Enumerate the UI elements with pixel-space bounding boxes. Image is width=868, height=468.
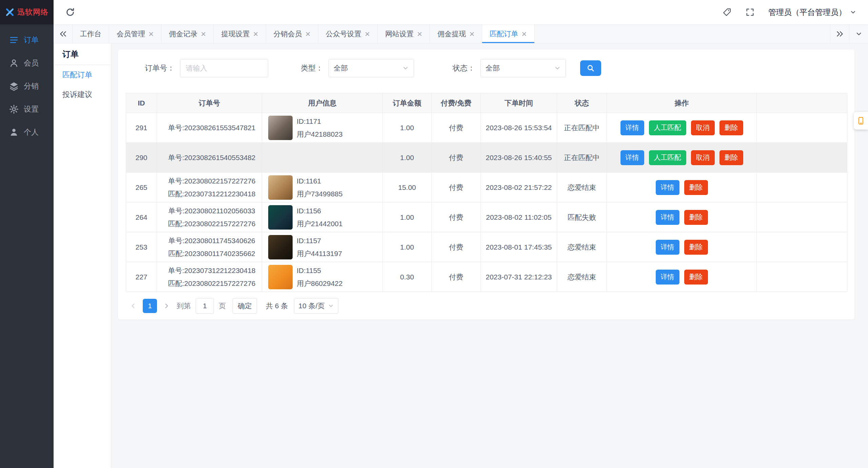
- cell-empty: [757, 173, 847, 202]
- cell-actions: 详情删除: [607, 262, 757, 292]
- sidebar-item-members[interactable]: 会员: [0, 52, 54, 75]
- user-id: ID:1157: [297, 234, 342, 247]
- detail-button[interactable]: 详情: [620, 150, 644, 165]
- chevron-down-icon: [554, 65, 561, 72]
- tab-withdraw-settings[interactable]: 提现设置×: [214, 24, 266, 43]
- scroll-tabs-right-button[interactable]: [830, 24, 849, 43]
- cell-order-time: 2023-08-02 21:57:22: [481, 173, 557, 202]
- type-select[interactable]: 全部: [329, 59, 414, 77]
- close-icon[interactable]: ×: [365, 30, 370, 38]
- tab-label: 佣金提现: [437, 29, 466, 39]
- cancel-button[interactable]: 取消: [691, 120, 715, 135]
- tab-commission-records[interactable]: 佣金记录×: [161, 24, 214, 43]
- sidebar-item-label: 订单: [24, 35, 39, 45]
- tab-official-account-settings[interactable]: 公众号设置×: [318, 24, 378, 43]
- cancel-button[interactable]: 取消: [691, 150, 715, 165]
- order-number: 匹配:202308022157227276: [162, 217, 262, 230]
- tab-site-settings[interactable]: 网站设置×: [378, 24, 430, 43]
- manual-match-button[interactable]: 人工匹配: [649, 150, 686, 165]
- cell-amount: 1.00: [383, 202, 432, 232]
- tabs-menu-button[interactable]: [849, 24, 868, 43]
- status-select[interactable]: 全部: [480, 59, 566, 77]
- tab-member-management[interactable]: 会员管理×: [109, 24, 161, 43]
- cell-status: 恋爱结束: [557, 232, 607, 262]
- cell-actions: 详情人工匹配取消删除: [607, 113, 757, 143]
- search-button[interactable]: [580, 60, 601, 76]
- delete-button[interactable]: 删除: [684, 240, 708, 255]
- sidebar-menu: 订单会员分销设置个人: [0, 28, 54, 144]
- cell-id: 253: [126, 232, 157, 262]
- cell-order-no: 单号:202308022157227276匹配:2023073122122304…: [157, 173, 262, 202]
- tab-match-orders[interactable]: 匹配订单×: [482, 24, 534, 43]
- tab-distribution-members[interactable]: 分销会员×: [266, 24, 318, 43]
- delete-button[interactable]: 删除: [719, 120, 743, 135]
- sidebar-item-label: 个人: [24, 127, 39, 137]
- main-content: 订单号： 类型： 全部 状态： 全部: [111, 43, 868, 468]
- order-number: 匹配:202308022157227276: [162, 277, 262, 290]
- page-1-button[interactable]: 1: [143, 299, 157, 313]
- goto-page-input[interactable]: [196, 298, 214, 314]
- detail-button[interactable]: 详情: [656, 270, 679, 285]
- delete-button[interactable]: 删除: [684, 270, 708, 285]
- status-label: 状态：: [453, 63, 475, 73]
- close-icon[interactable]: ×: [305, 30, 311, 38]
- close-icon[interactable]: ×: [149, 30, 154, 38]
- page-unit-label: 页: [219, 301, 226, 311]
- cell-status: 恋爱结束: [557, 262, 607, 292]
- column-header: 用户信息: [262, 93, 383, 113]
- page-size-value: 10 条/页: [298, 301, 324, 311]
- close-icon[interactable]: ×: [201, 30, 206, 38]
- detail-button[interactable]: 详情: [620, 120, 644, 135]
- column-header: ID: [126, 93, 157, 113]
- detail-button[interactable]: 详情: [656, 240, 679, 255]
- delete-button[interactable]: 删除: [684, 180, 708, 195]
- submenu-item-complaints[interactable]: 投诉建议: [54, 85, 111, 104]
- submenu-item-match-orders[interactable]: 匹配订单: [54, 65, 111, 85]
- order-number: 匹配:202307312212230418: [162, 188, 262, 200]
- refresh-button[interactable]: [65, 7, 75, 17]
- collapse-sidebar-button[interactable]: [54, 24, 73, 43]
- settings-gear-icon: [9, 104, 19, 114]
- prev-page-button[interactable]: [126, 298, 141, 313]
- submenu-item-label: 匹配订单: [62, 70, 92, 80]
- sidebar-item-orders[interactable]: 订单: [0, 28, 54, 52]
- sidebar-item-distribution[interactable]: 分销: [0, 75, 54, 98]
- page-size-select[interactable]: 10 条/页: [294, 298, 338, 314]
- confirm-page-button[interactable]: 确定: [233, 298, 257, 314]
- sidebar-item-profile[interactable]: 个人: [0, 121, 54, 144]
- delete-button[interactable]: 删除: [719, 150, 743, 165]
- member-icon: [9, 58, 19, 68]
- tab-label: 佣金记录: [169, 29, 197, 39]
- fullscreen-button[interactable]: [745, 7, 755, 17]
- user-menu[interactable]: 管理员（平台管理员）: [768, 7, 856, 18]
- orders-table: ID订单号用户信息订单金额付费/免费下单时间状态操作 291单号:2023082…: [126, 93, 847, 292]
- table-header-row: ID订单号用户信息订单金额付费/免费下单时间状态操作: [126, 93, 847, 113]
- cell-status: 匹配失败: [557, 202, 607, 232]
- sidebar-item-settings[interactable]: 设置: [0, 98, 54, 121]
- detail-button[interactable]: 详情: [656, 180, 679, 195]
- layout: 订单会员分销设置个人 工作台会员管理×佣金记录×提现设置×分销会员×公众号设置×…: [0, 24, 868, 468]
- user-avatar: [268, 205, 293, 230]
- status-select-value: 全部: [486, 63, 500, 73]
- manual-match-button[interactable]: 人工匹配: [649, 120, 686, 135]
- float-widget-button[interactable]: [854, 112, 868, 130]
- order-no-input[interactable]: [180, 59, 268, 77]
- close-icon[interactable]: ×: [417, 30, 422, 38]
- cell-fee-type: 付费: [432, 202, 481, 232]
- delete-button[interactable]: 删除: [684, 210, 708, 225]
- order-number: 单号:202308021102056033: [162, 204, 262, 217]
- tab-commission-withdraw[interactable]: 佣金提现×: [430, 24, 482, 43]
- detail-button[interactable]: 详情: [656, 210, 679, 225]
- close-icon[interactable]: ×: [521, 30, 527, 38]
- tag-button[interactable]: [722, 7, 732, 17]
- tab-workbench[interactable]: 工作台: [73, 24, 109, 43]
- cell-status: 恋爱结束: [557, 173, 607, 202]
- close-icon[interactable]: ×: [469, 30, 474, 38]
- cell-fee-type: 付费: [432, 113, 481, 143]
- cell-user-info: ID:1171用户42188023: [262, 113, 383, 143]
- user-id: ID:1171: [297, 115, 342, 128]
- close-icon[interactable]: ×: [253, 30, 258, 38]
- next-page-button[interactable]: [159, 298, 174, 313]
- table-body: 291单号:202308261553547821ID:1171用户4218802…: [126, 113, 847, 292]
- tabs-list: 工作台会员管理×佣金记录×提现设置×分销会员×公众号设置×网站设置×佣金提现×匹…: [73, 24, 830, 43]
